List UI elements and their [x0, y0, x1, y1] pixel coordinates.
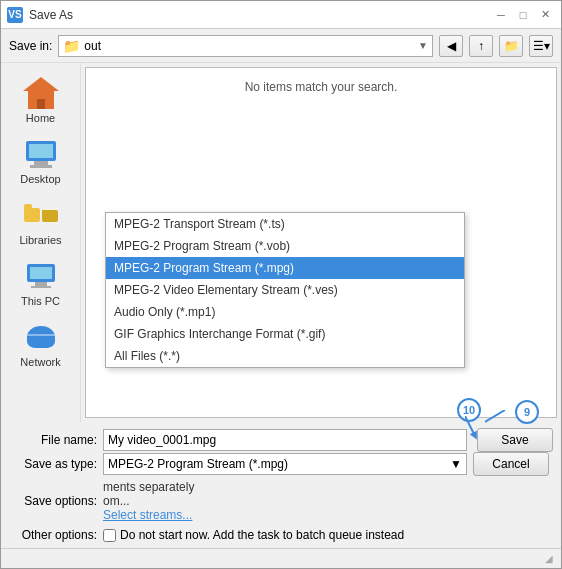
sidebar-desktop-label: Desktop — [20, 173, 60, 185]
batch-queue-label: Do not start now. Add the task to batch … — [120, 528, 404, 542]
current-path: out — [84, 39, 414, 53]
dropdown-item-all[interactable]: All Files (*.*) — [106, 345, 464, 367]
views-button[interactable]: ☰▾ — [529, 35, 553, 57]
dropdown-item-mpg[interactable]: MPEG-2 Program Stream (*.mpg) — [106, 257, 464, 279]
buttons-column: Save — [473, 428, 553, 452]
sidebar-network-label: Network — [20, 356, 60, 368]
sidebar-libraries-label: Libraries — [19, 234, 61, 246]
title-bar: VS Save As ─ □ ✕ — [1, 1, 561, 29]
window-title: Save As — [29, 8, 73, 22]
save-in-dropdown[interactable]: 📁 out ▼ — [58, 35, 433, 57]
new-folder-button[interactable]: 📁 — [499, 35, 523, 57]
back-button[interactable]: ◀ — [439, 35, 463, 57]
minimize-button[interactable]: ─ — [491, 5, 511, 25]
other-options-row: Other options: Do not start now. Add the… — [9, 526, 553, 542]
file-name-label: File name: — [9, 433, 97, 447]
save-type-input-container: MPEG-2 Program Stream (*.mpg) ▼ — [103, 453, 467, 475]
cancel-button[interactable]: Cancel — [473, 452, 549, 476]
sidebar-thispc-label: This PC — [21, 295, 60, 307]
select-streams-link[interactable]: Select streams... — [103, 508, 192, 522]
bottom-panel: File name: Save 10 Save as type: — [1, 422, 561, 548]
save-options-label: Save options: — [9, 494, 97, 508]
other-options-label: Other options: — [9, 528, 97, 542]
folder-icon: 📁 — [63, 38, 80, 54]
no-items-message: No items match your search. — [86, 68, 556, 106]
dropdown-arrow-icon: ▼ — [418, 40, 428, 51]
batch-queue-checkbox[interactable] — [103, 529, 116, 542]
close-button[interactable]: ✕ — [535, 5, 555, 25]
save-options-row: Save options: ments separately om... Sel… — [9, 480, 553, 522]
save-button[interactable]: Save — [477, 428, 553, 452]
up-button[interactable]: ↑ — [469, 35, 493, 57]
status-bar: ◢ — [1, 548, 561, 568]
home-icon — [23, 77, 59, 109]
libraries-icon — [23, 199, 59, 231]
dropdown-item-mp1[interactable]: Audio Only (*.mp1) — [106, 301, 464, 323]
save-options-text2: om... — [103, 494, 130, 508]
sidebar-item-network[interactable]: Network — [5, 315, 76, 374]
network-icon — [23, 321, 59, 353]
thispc-icon — [23, 260, 59, 292]
sidebar: Home Desktop — [1, 63, 81, 422]
resize-handle: ◢ — [545, 553, 553, 564]
app-icon: VS — [7, 7, 23, 23]
toolbar: Save in: 📁 out ▼ ◀ ↑ 📁 ☰▾ — [1, 29, 561, 63]
dropdown-arrow-icon: ▼ — [450, 457, 462, 471]
checkbox-row: Do not start now. Add the task to batch … — [103, 528, 404, 542]
save-options-content: ments separately om... Select streams... — [103, 480, 553, 522]
dropdown-item-ts[interactable]: MPEG-2 Transport Stream (*.ts) — [106, 213, 464, 235]
desktop-icon — [23, 138, 59, 170]
sidebar-item-home[interactable]: Home — [5, 71, 76, 130]
save-type-label: Save as type: — [9, 457, 97, 471]
dropdown-item-ves[interactable]: MPEG-2 Video Elementary Stream (*.ves) — [106, 279, 464, 301]
save-type-row: Save as type: MPEG-2 Program Stream (*.m… — [9, 452, 553, 476]
title-bar-left: VS Save As — [7, 7, 73, 23]
save-type-dropdown-overlay: MPEG-2 Transport Stream (*.ts) MPEG-2 Pr… — [105, 212, 465, 368]
save-type-value: MPEG-2 Program Stream (*.mpg) — [108, 457, 288, 471]
title-bar-controls: ─ □ ✕ — [491, 5, 555, 25]
save-in-label: Save in: — [9, 39, 52, 53]
maximize-button[interactable]: □ — [513, 5, 533, 25]
sidebar-home-label: Home — [26, 112, 55, 124]
file-name-row: File name: Save — [9, 428, 553, 452]
dropdown-item-gif[interactable]: GIF Graphics Interchange Format (*.gif) — [106, 323, 464, 345]
save-type-dropdown[interactable]: MPEG-2 Program Stream (*.mpg) ▼ — [103, 453, 467, 475]
sidebar-item-libraries[interactable]: Libraries — [5, 193, 76, 252]
file-name-input[interactable] — [103, 429, 467, 451]
save-options-text1: ments separately — [103, 480, 194, 494]
sidebar-item-desktop[interactable]: Desktop — [5, 132, 76, 191]
save-as-dialog: VS Save As ─ □ ✕ Save in: 📁 out ▼ ◀ ↑ 📁 … — [0, 0, 562, 569]
dropdown-item-vob[interactable]: MPEG-2 Program Stream (*.vob) — [106, 235, 464, 257]
sidebar-item-thispc[interactable]: This PC — [5, 254, 76, 313]
file-name-input-container — [103, 429, 467, 451]
